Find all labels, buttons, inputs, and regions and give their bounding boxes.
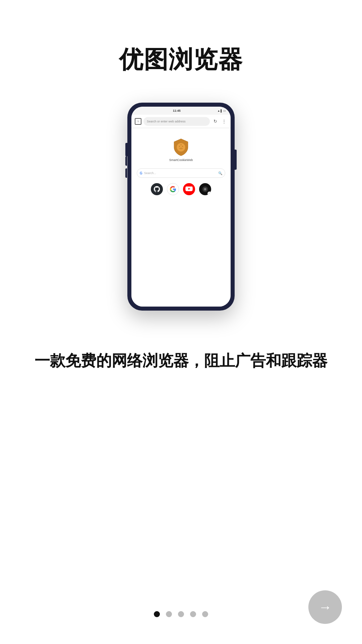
google-g-icon: G xyxy=(140,171,142,175)
phone-screen: 11:45 ▲ ▌ ▭ 1 Search or enter web addres… xyxy=(131,107,231,307)
browser-content: SmartCookieWeb G Search... 🔍 xyxy=(131,128,231,307)
signal-icon: ▌ xyxy=(221,109,223,112)
status-bar: 11:45 ▲ ▌ ▭ xyxy=(131,107,231,115)
vol-up-btn xyxy=(125,156,127,166)
status-time: 11:45 xyxy=(173,109,181,112)
svg-point-2 xyxy=(182,146,183,147)
vol-down-btn xyxy=(125,168,127,178)
bookmark-youtube[interactable] xyxy=(183,183,195,195)
svg-point-1 xyxy=(179,146,180,147)
browser-search-placeholder: Search... xyxy=(144,171,217,175)
dot-4[interactable] xyxy=(190,611,196,617)
pagination-dots xyxy=(0,611,362,617)
dot-2[interactable] xyxy=(166,611,172,617)
phone-outer-frame: 11:45 ▲ ▌ ▭ 1 Search or enter web addres… xyxy=(127,103,235,311)
next-button[interactable]: → xyxy=(308,590,342,624)
browser-toolbar: 1 Search or enter web address ↻ ⋮ xyxy=(131,115,231,128)
bookmark-google[interactable] xyxy=(167,183,179,195)
status-icons: ▲ ▌ ▭ xyxy=(217,109,226,112)
address-bar-placeholder: Search or enter web address xyxy=(147,120,186,123)
page-container: 优图浏览器 11:45 ▲ ▌ ▭ xyxy=(0,0,362,644)
wifi-icon: ▲ xyxy=(217,109,220,112)
scw-brand-name: SmartCookieWeb xyxy=(169,158,193,162)
svg-point-7 xyxy=(204,189,205,190)
scw-logo-container: SmartCookieWeb xyxy=(169,138,193,162)
refresh-icon: ↻ xyxy=(214,119,217,124)
address-bar[interactable]: Search or enter web address xyxy=(143,117,210,126)
dot-3[interactable] xyxy=(178,611,184,617)
dot-1[interactable] xyxy=(154,611,160,617)
svg-point-3 xyxy=(180,144,182,146)
menu-icon: ⋮ xyxy=(222,119,226,124)
edit-dot: ✏ xyxy=(207,192,211,195)
bookmark-other[interactable]: ✏ xyxy=(199,183,211,195)
tab-count-icon[interactable]: 1 xyxy=(135,118,141,125)
github-icon xyxy=(153,185,161,193)
svg-point-4 xyxy=(180,148,182,149)
tab-number: 1 xyxy=(137,120,139,123)
scw-shield-icon xyxy=(172,138,190,156)
menu-button[interactable]: ⋮ xyxy=(221,118,227,125)
bookmark-github[interactable] xyxy=(151,183,163,195)
search-magnifier-icon: 🔍 xyxy=(218,171,222,175)
app-title: 优图浏览器 xyxy=(119,44,243,76)
bookmarks-row: ✏ xyxy=(151,183,211,195)
phone-mockup: 11:45 ▲ ▌ ▭ 1 Search or enter web addres… xyxy=(127,103,235,311)
youtube-icon xyxy=(185,186,193,192)
battery-icon: ▭ xyxy=(223,109,226,112)
google-icon xyxy=(170,186,176,193)
other-app-icon xyxy=(202,186,208,193)
volume-buttons xyxy=(125,156,127,178)
dot-5[interactable] xyxy=(202,611,208,617)
subtitle-text: 一款免费的网络浏览器，阻止广告和跟踪器 xyxy=(14,351,348,371)
browser-search-bar[interactable]: G Search... 🔍 xyxy=(137,168,225,178)
next-arrow-icon: → xyxy=(318,600,332,614)
refresh-button[interactable]: ↻ xyxy=(212,118,219,125)
